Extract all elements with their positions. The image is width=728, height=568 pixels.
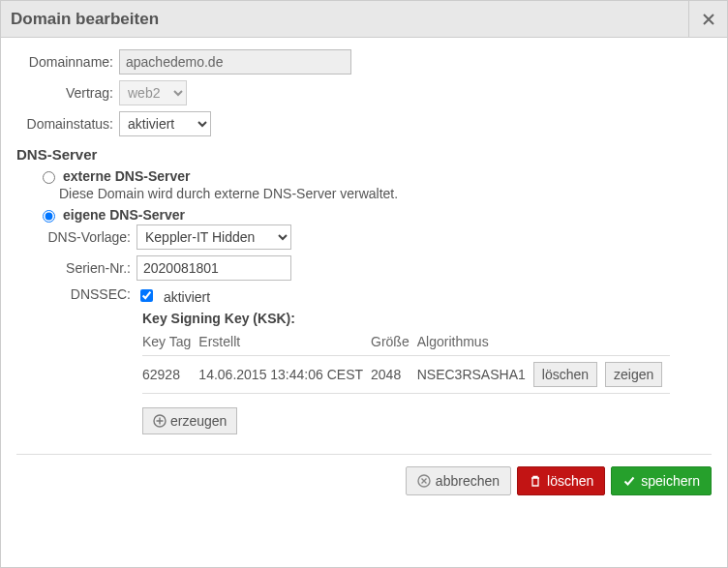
- check-icon: [622, 474, 636, 488]
- row-show-button[interactable]: zeigen: [605, 362, 662, 387]
- dnssec-checkbox-label[interactable]: aktiviert: [136, 289, 210, 305]
- dnssec-active-text: aktiviert: [164, 289, 210, 305]
- col-keytag: Key Tag: [142, 328, 198, 356]
- dialog-footer: abbrechen löschen speichern: [16, 454, 712, 495]
- label-dnssec: DNSSEC:: [34, 286, 136, 302]
- row-delete-button[interactable]: löschen: [533, 362, 597, 387]
- cancel-icon: [417, 474, 431, 488]
- save-button[interactable]: speichern: [611, 466, 712, 495]
- domainname-input: [119, 49, 351, 75]
- create-key-button[interactable]: erzeugen: [142, 407, 237, 434]
- dialog-body: Domainname: Vertrag: web2 Domainstatus: …: [1, 38, 727, 567]
- label-domainname: Domainname:: [16, 54, 119, 70]
- cancel-label: abbrechen: [436, 473, 500, 489]
- ksk-table: Key Tag Erstellt Größe Algorithmus 62928…: [142, 328, 670, 394]
- cell-algo: NSEC3RSASHA1: [417, 356, 533, 394]
- dns-template-select[interactable]: Keppler-IT Hidden: [136, 224, 291, 250]
- cell-created: 14.06.2015 13:44:06 CEST: [198, 356, 371, 394]
- titlebar: Domain bearbeiten: [1, 1, 727, 38]
- serial-input[interactable]: [136, 255, 291, 281]
- radio-external-input[interactable]: [43, 171, 55, 184]
- create-key-label: erzeugen: [170, 413, 227, 429]
- col-algo: Algorithmus: [417, 328, 533, 356]
- label-serial: Serien-Nr.:: [34, 260, 136, 276]
- cell-keytag: 62928: [142, 356, 198, 394]
- delete-label: löschen: [547, 473, 593, 489]
- col-size: Größe: [371, 328, 417, 356]
- trash-icon: [529, 474, 542, 488]
- ksk-title: Key Signing Key (KSK):: [142, 311, 712, 326]
- dnssec-checkbox[interactable]: [140, 289, 153, 302]
- radio-external-description: Diese Domain wird durch externe DNS-Serv…: [59, 186, 712, 201]
- label-contract: Vertrag:: [16, 85, 119, 101]
- cancel-button[interactable]: abbrechen: [406, 466, 511, 495]
- radio-own-input[interactable]: [43, 210, 55, 223]
- ksk-block: Key Signing Key (KSK): Key Tag Erstellt …: [142, 311, 712, 434]
- table-row: 62928 14.06.2015 13:44:06 CEST 2048 NSEC…: [142, 356, 670, 394]
- dns-section-heading: DNS-Server: [16, 146, 712, 163]
- dialog-edit-domain: Domain bearbeiten Domainname: Vertrag: w…: [0, 0, 728, 568]
- col-created: Erstellt: [198, 328, 371, 356]
- save-label: speichern: [641, 473, 700, 489]
- close-button[interactable]: [688, 1, 727, 38]
- radio-own-label: eigene DNS-Server: [63, 207, 185, 223]
- contract-select: web2: [119, 80, 187, 105]
- dialog-title: Domain bearbeiten: [11, 10, 159, 29]
- label-status: Domainstatus:: [16, 116, 119, 132]
- plus-circle-icon: [153, 414, 167, 428]
- status-select[interactable]: aktiviert: [119, 111, 211, 136]
- radio-own-dns[interactable]: eigene DNS-Server: [38, 207, 712, 223]
- cell-size: 2048: [371, 356, 417, 394]
- label-dns-template: DNS-Vorlage:: [34, 229, 136, 245]
- close-icon: [702, 13, 715, 26]
- radio-external-label: externe DNS-Server: [63, 168, 191, 184]
- radio-external-dns[interactable]: externe DNS-Server: [38, 168, 712, 184]
- delete-button[interactable]: löschen: [517, 466, 605, 495]
